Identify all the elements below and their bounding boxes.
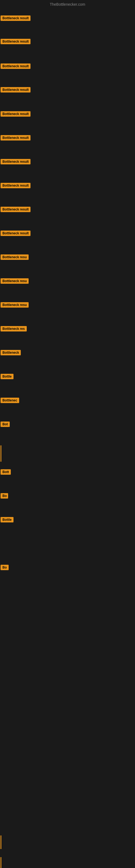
bottleneck-result-badge-2: Bottleneck result (1, 39, 31, 45)
bottleneck-result-badge-13: Bottleneck resu (1, 302, 29, 309)
bottleneck-result-badge-7: Bottleneck result (1, 159, 31, 165)
badge-label-6: Bottleneck result (1, 135, 31, 141)
bottleneck-result-badge-5: Bottleneck result (1, 111, 31, 118)
badge-label-2: Bottleneck result (1, 39, 31, 44)
badge-label-4: Bottleneck result (1, 87, 31, 93)
bottleneck-result-badge-8: Bottleneck result (1, 183, 31, 189)
badge-label-16: Bottle (1, 374, 13, 379)
bottleneck-result-badge-12: Bottleneck resu (1, 278, 29, 285)
badge-label-12: Bottleneck resu (1, 278, 29, 284)
badge-label-1: Bottleneck result (1, 16, 31, 21)
bottleneck-result-badge-3: Bottleneck result (1, 63, 31, 70)
bottleneck-result-badge-9: Bottleneck result (1, 207, 31, 213)
bottleneck-result-badge-18: Bot (1, 422, 10, 428)
badge-label-14: Bottleneck res (1, 326, 27, 332)
bottleneck-result-badge-6: Bottleneck result (1, 135, 31, 142)
badge-label-8: Bottleneck result (1, 183, 31, 188)
bottleneck-result-badge-11: Bottleneck resu (1, 254, 29, 261)
badge-label-10: Bottleneck result (1, 230, 31, 236)
vertical-line-1 (1, 445, 1, 462)
badge-label-15: Bottleneck (1, 350, 21, 355)
badge-label-17: Bottlenec (1, 398, 19, 403)
bottleneck-result-badge-22: Bo (1, 565, 9, 571)
badge-label-21: Bottle (1, 517, 13, 522)
badge-label-18: Bot (1, 422, 10, 427)
bottleneck-result-badge-17: Bottlenec (1, 398, 19, 404)
bottleneck-result-badge-16: Bottle (1, 374, 13, 380)
bottleneck-result-badge-20: Bo (1, 493, 8, 500)
badge-label-5: Bottleneck result (1, 111, 31, 117)
bottleneck-result-badge-15: Bottleneck (1, 350, 21, 356)
bottleneck-result-badge-1: Bottleneck result (1, 16, 31, 22)
bottleneck-result-badge-21: Bottle (1, 517, 13, 524)
bottleneck-result-badge-4: Bottleneck result (1, 87, 31, 94)
badge-label-22: Bo (1, 565, 9, 570)
badge-label-11: Bottleneck resu (1, 254, 29, 260)
badge-label-13: Bottleneck resu (1, 302, 29, 308)
vertical-line-2 (1, 835, 1, 849)
badge-label-20: Bo (1, 493, 8, 499)
bottleneck-result-badge-10: Bottleneck result (1, 230, 31, 237)
badge-label-9: Bottleneck result (1, 207, 31, 212)
site-title: TheBottlenecker.com (0, 0, 135, 8)
badge-label-19: Bott (1, 469, 11, 475)
bottleneck-result-badge-14: Bottleneck res (1, 326, 27, 333)
vertical-line-3 (1, 857, 1, 868)
bottleneck-result-badge-19: Bott (1, 469, 11, 476)
badge-label-7: Bottleneck result (1, 159, 31, 164)
badge-label-3: Bottleneck result (1, 63, 31, 69)
